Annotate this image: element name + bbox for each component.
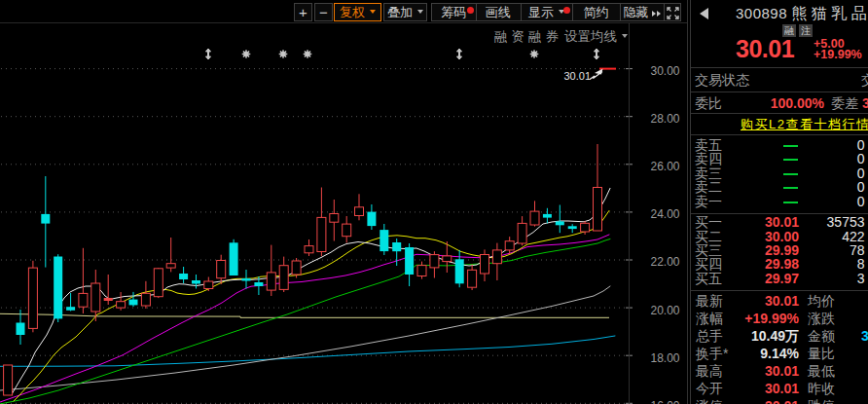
svg-text:30.01: 30.01 [563, 70, 591, 82]
svg-text:28.00: 28.00 [650, 112, 679, 126]
svg-text:18.00: 18.00 [650, 351, 679, 365]
svg-text:22.00: 22.00 [650, 255, 679, 269]
svg-text:16.00: 16.00 [650, 399, 679, 404]
svg-text:24.00: 24.00 [650, 207, 679, 221]
svg-text:20.00: 20.00 [650, 304, 679, 317]
svg-text:26.00: 26.00 [650, 160, 679, 173]
svg-text:30.00: 30.00 [650, 64, 679, 78]
